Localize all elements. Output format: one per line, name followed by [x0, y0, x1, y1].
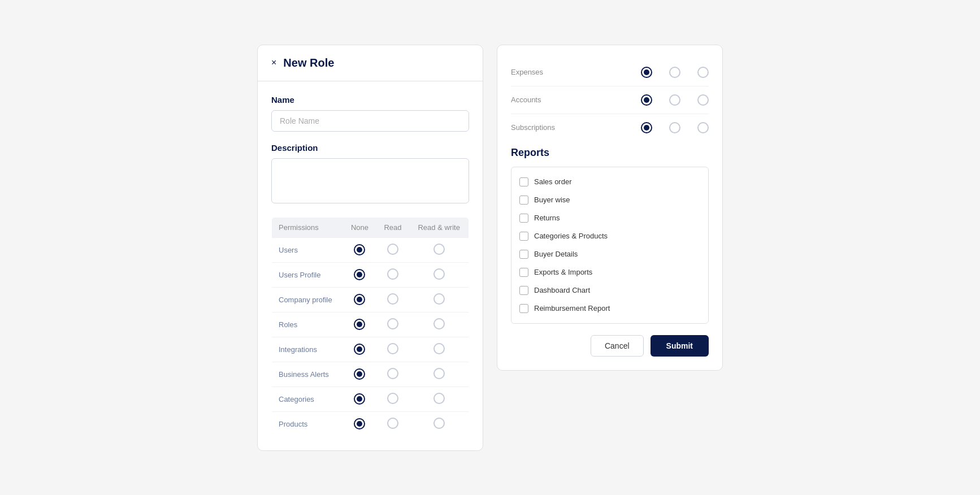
report-row: Reimbursement Report — [519, 299, 700, 318]
radio-read[interactable] — [376, 387, 410, 411]
report-label: Buyer Details — [534, 250, 578, 258]
radio-read[interactable] — [669, 122, 680, 133]
radio-none[interactable] — [343, 312, 376, 337]
radio-readwrite[interactable] — [409, 312, 469, 337]
permission-label: Business Alerts — [272, 362, 344, 387]
top-permission-row: Subscriptions — [511, 114, 709, 141]
top-row-radio-group — [641, 94, 709, 106]
reports-section-title: Reports — [511, 147, 709, 159]
radio-none[interactable] — [641, 122, 652, 133]
table-row: Integrations — [272, 337, 469, 362]
permissions-table: Permissions None Read Read & write Users… — [271, 217, 469, 437]
table-row: Categories — [272, 387, 469, 411]
reports-list: Sales order Buyer wise Returns Categorie… — [519, 173, 700, 318]
name-label: Name — [271, 95, 469, 105]
radio-read[interactable] — [376, 411, 410, 436]
top-row-radio-group — [641, 122, 709, 133]
radio-none[interactable] — [641, 94, 652, 106]
report-row: Dashboard Chart — [519, 281, 700, 299]
radio-readwrite[interactable] — [409, 411, 469, 436]
report-row: Exports & Imports — [519, 263, 700, 281]
report-checkbox[interactable] — [519, 268, 528, 277]
cancel-button[interactable]: Cancel — [591, 335, 644, 357]
radio-none[interactable] — [343, 262, 376, 287]
radio-none[interactable] — [343, 411, 376, 436]
radio-readwrite[interactable] — [409, 262, 469, 287]
card-body: Name Description Permissions None Read R… — [258, 81, 483, 450]
report-checkbox[interactable] — [519, 304, 528, 313]
card-title: New Role — [283, 57, 334, 70]
report-label: Reimbursement Report — [534, 304, 610, 312]
radio-readwrite[interactable] — [697, 94, 709, 106]
report-label: Returns — [534, 214, 560, 222]
col-header-read: Read — [376, 217, 410, 237]
radio-read[interactable] — [376, 237, 410, 262]
report-row: Buyer Details — [519, 245, 700, 263]
top-row-label: Accounts — [511, 95, 641, 104]
report-label: Sales order — [534, 177, 571, 186]
description-label: Description — [271, 143, 469, 153]
permission-label: Company profile — [272, 287, 344, 312]
report-checkbox[interactable] — [519, 286, 528, 295]
reports-box: Sales order Buyer wise Returns Categorie… — [511, 167, 709, 324]
report-checkbox[interactable] — [519, 196, 528, 205]
table-row: Users Profile — [272, 262, 469, 287]
radio-read[interactable] — [376, 287, 410, 312]
col-header-none: None — [343, 217, 376, 237]
description-input[interactable] — [271, 158, 469, 203]
report-label: Dashboard Chart — [534, 286, 590, 294]
radio-readwrite[interactable] — [697, 67, 709, 78]
permission-label: Users — [272, 237, 344, 262]
radio-none[interactable] — [343, 387, 376, 411]
permission-label: Integrations — [272, 337, 344, 362]
footer-buttons: Cancel Submit — [511, 335, 709, 357]
table-row: Business Alerts — [272, 362, 469, 387]
new-role-left-card: × New Role Name Description Permissions … — [257, 45, 483, 451]
submit-button[interactable]: Submit — [651, 335, 709, 357]
table-row: Products — [272, 411, 469, 436]
top-row-radio-group — [641, 67, 709, 78]
top-permission-row: Accounts — [511, 86, 709, 114]
col-header-readwrite: Read & write — [409, 217, 469, 237]
radio-read[interactable] — [669, 67, 680, 78]
top-permissions-section: Expenses Accounts Subscriptions — [511, 59, 709, 141]
radio-none[interactable] — [343, 337, 376, 362]
table-row: Users — [272, 237, 469, 262]
report-label: Exports & Imports — [534, 268, 592, 276]
report-checkbox[interactable] — [519, 177, 528, 186]
permission-label: Products — [272, 411, 344, 436]
radio-read[interactable] — [376, 312, 410, 337]
radio-readwrite[interactable] — [409, 337, 469, 362]
report-checkbox[interactable] — [519, 214, 528, 223]
radio-read[interactable] — [376, 337, 410, 362]
table-row: Company profile — [272, 287, 469, 312]
report-row: Buyer wise — [519, 191, 700, 209]
report-label: Buyer wise — [534, 196, 570, 204]
permission-label: Users Profile — [272, 262, 344, 287]
radio-readwrite[interactable] — [409, 287, 469, 312]
radio-none[interactable] — [343, 362, 376, 387]
radio-readwrite[interactable] — [697, 122, 709, 133]
radio-none[interactable] — [343, 287, 376, 312]
card-header: × New Role — [258, 45, 483, 81]
radio-read[interactable] — [669, 94, 680, 106]
col-header-permissions: Permissions — [272, 217, 344, 237]
permission-label: Categories — [272, 387, 344, 411]
radio-none[interactable] — [343, 237, 376, 262]
role-name-input[interactable] — [271, 110, 469, 132]
report-row: Categories & Products — [519, 227, 700, 245]
report-checkbox[interactable] — [519, 250, 528, 259]
radio-readwrite[interactable] — [409, 362, 469, 387]
radio-read[interactable] — [376, 362, 410, 387]
radio-readwrite[interactable] — [409, 237, 469, 262]
report-checkbox[interactable] — [519, 232, 528, 241]
table-row: Roles — [272, 312, 469, 337]
radio-read[interactable] — [376, 262, 410, 287]
radio-readwrite[interactable] — [409, 387, 469, 411]
top-permission-row: Expenses — [511, 59, 709, 86]
permission-label: Roles — [272, 312, 344, 337]
close-button[interactable]: × — [271, 58, 276, 68]
report-row: Sales order — [519, 173, 700, 191]
new-role-right-card: Expenses Accounts Subscriptions Reports — [497, 45, 723, 371]
radio-none[interactable] — [641, 67, 652, 78]
